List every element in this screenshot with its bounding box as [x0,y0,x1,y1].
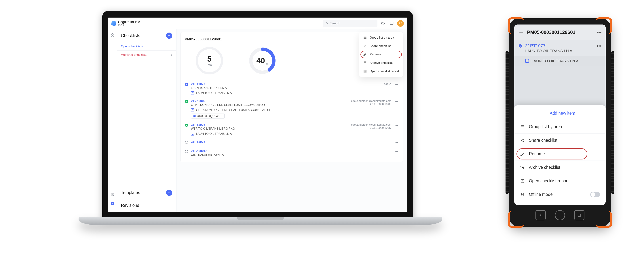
home-button[interactable] [110,32,115,38]
section-checklists[interactable]: Checklists + [117,29,176,42]
note-icon [193,115,196,117]
mobile-add-item-button[interactable]: + Add new item [514,107,606,120]
mobile-menu-open-checklist-report[interactable]: Open checklist report [514,174,606,188]
item-desc: LAUN TO OIL TRANS LN A [191,86,381,90]
offline-toggle[interactable] [590,192,600,197]
status-info-icon [518,44,522,48]
item-more-button[interactable]: ••• [394,149,399,154]
top-bar: Cognite InField IAA ▾ Search EA [108,18,407,29]
brand-sub[interactable]: IAA ▾ [118,24,140,26]
note-icon [191,91,194,95]
archive-icon [520,165,525,170]
item-desc: WTR TO OIL TRANS MTRG PKG [191,127,348,130]
feedback-button[interactable] [388,20,395,27]
chevron-right-icon: › [171,53,172,57]
avatar[interactable]: EA [397,20,404,27]
chevron-down-icon: ▾ [123,24,124,26]
sidebar-open-checklists[interactable]: Open checklists › [117,42,176,51]
item-more-button[interactable]: ••• [597,43,602,49]
status-info-icon [185,83,188,86]
checklist-item[interactable]: 21PT1077 LAUN TO OIL TRANS LN A edel.a •… [185,80,399,97]
item-desc: OIL TRANSFER PUMP A [191,153,391,156]
report-icon [520,179,525,183]
search-placeholder: Search [330,22,340,25]
menu-open-checklist-report[interactable]: Open checklist report [359,67,403,76]
item-more-button[interactable]: ••• [394,140,399,145]
pencil-icon [520,152,525,156]
search-input[interactable]: Search [323,20,378,27]
archive-icon [363,61,367,65]
main-content: PM05-0003001129601 + Add items ••• 5 [176,29,407,212]
item-id: 21VX0002 [191,99,348,103]
mobile-item-note: LAUN TO OIL TRANS LN A [514,56,606,66]
note-icon [191,108,194,112]
item-more-button[interactable]: ••• [394,99,399,104]
mobile-actions-sheet: + Add new item Group list by area Share … [514,105,606,205]
mobile-menu-rename[interactable]: Rename [514,147,606,161]
chat-icon [390,21,394,26]
mobile-menu-group-list-by-area[interactable]: Group list by area [514,120,606,133]
checklist-item[interactable]: 21VX0002 OTP A NON DRIVE END SEAL FLUSH … [185,97,399,121]
mobile-menu-share-checklist[interactable]: Share checklist [514,133,606,147]
collapse-rail-button[interactable] [110,201,115,206]
section-templates[interactable]: Templates + [117,186,176,199]
android-recent-button[interactable] [574,210,584,220]
mobile-app: ← PM05-0003001129601 ••• 21PT1077 LAUN T… [514,25,606,205]
mobile-more-button[interactable]: ••• [597,30,602,35]
mobile-menu-offline-mode[interactable]: Offline mode [514,188,606,201]
section-revisions[interactable]: Revisions [117,199,176,212]
item-meta: edel.a [384,82,391,85]
chevron-right-icon: › [171,45,172,48]
checklist-items: 21PT1077 LAUN TO OIL TRANS LN A edel.a •… [185,80,399,159]
highlight-ring [516,148,587,159]
mobile-header: ← PM05-0003001129601 ••• [514,25,606,40]
item-more-button[interactable]: ••• [394,82,399,87]
status-open-icon [185,140,188,144]
item-meta: edel.andersen@cognitedata.com20.11.2020 … [351,99,391,106]
back-button[interactable]: ← [518,29,524,36]
sidebar-archived-checklists[interactable]: Archived checklists › [117,51,176,59]
menu-group-list-by-area[interactable]: Group list by area [359,34,403,42]
list-icon [520,125,525,129]
help-button[interactable] [380,20,386,27]
status-done-icon [185,100,188,103]
checklist-actions-menu: Group list by area Share checklist Renam… [359,32,403,77]
item-id: 21PA0001A [191,149,391,153]
menu-archive-checklist[interactable]: Archive checklist [359,59,403,67]
item-desc: OTP A NON DRIVE END SEAL FLUSH ACCUMULAT… [191,103,348,107]
settings-button[interactable] [110,192,115,197]
search-icon [325,22,328,25]
mobile-menu-archive-checklist[interactable]: Archive checklist [514,161,606,174]
checklist-item[interactable]: 21PA0001A OIL TRANSFER PUMP A ••• [185,147,399,159]
report-icon [363,70,367,73]
add-template-button[interactable]: + [166,190,172,196]
checklist-title: PM05-0003001129601 [185,37,222,41]
home-icon [110,33,114,37]
brand-logo-icon [111,21,116,26]
item-note: LAUN TO OIL TRANS LN A [191,91,399,95]
mobile-checklist-item[interactable]: 21PT1077 LAUN TO OIL TRANS LN A ••• [514,40,606,56]
menu-share-checklist[interactable]: Share checklist [359,42,403,50]
nav-rail [108,29,117,212]
status-done-icon [185,123,188,127]
svg-rect-22 [578,214,580,216]
menu-rename[interactable]: Rename [359,50,403,59]
item-note: OPT A NON DRIVE END SEAL FLUSH ACCUMULAT… [191,108,399,112]
total-stat: 5 Total [196,47,223,74]
pencil-icon [363,53,367,56]
progress-donut: 40 % [249,47,276,74]
help-icon [381,21,385,26]
item-id: 21PT1076 [191,123,348,127]
status-open-icon [185,150,188,153]
attachment-chip[interactable]: 2020-06-08_13-43-... [191,114,224,119]
item-id: 21PT1075 [191,140,391,144]
note-icon [191,132,194,135]
checklist-item[interactable]: 21PT1076 WTR TO OIL TRANS MTRG PKG edel.… [185,121,399,138]
mobile-title: PM05-0003001129601 [527,30,594,35]
add-checklist-button[interactable]: + [166,33,172,39]
item-more-button[interactable]: ••• [394,123,399,128]
checklist-item[interactable]: 21PT1075 ••• [185,138,399,147]
android-home-button[interactable] [555,210,565,220]
item-id: 21PT1077 [191,82,381,86]
android-back-button[interactable] [536,210,546,220]
